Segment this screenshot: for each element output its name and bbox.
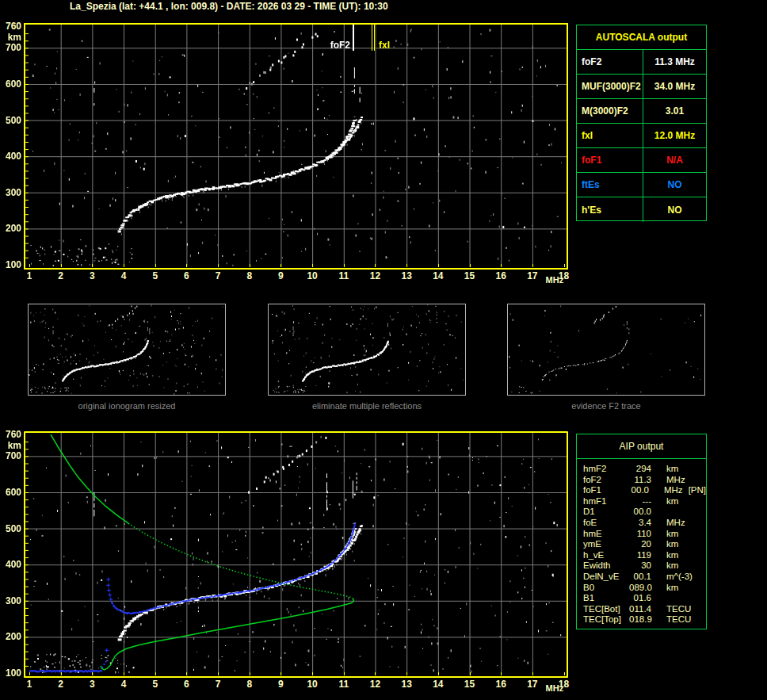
aip-field: km xyxy=(666,529,678,540)
aip-table: AIP output hmF2294kmfoF211.3MHzfoF100.0M… xyxy=(576,434,707,629)
parameter-label: MUF(3000)F2 xyxy=(577,75,643,98)
parameter-value: NO xyxy=(643,197,706,222)
aip-field: D1 xyxy=(583,507,629,518)
x-tick-label: 3 xyxy=(82,271,101,281)
parameter-label: fxI xyxy=(577,124,643,147)
y-axis-unit-label: km xyxy=(0,33,21,43)
x-tick-label: 8 xyxy=(240,271,259,281)
aip-field: 110 xyxy=(629,529,651,540)
autoscala-row: ftEsNO xyxy=(577,173,706,197)
y-tick-label: 100 xyxy=(0,260,21,270)
aip-field: --- xyxy=(629,496,651,507)
aip-field: 089.0 xyxy=(629,583,651,594)
y-tick-label: 600 xyxy=(0,488,21,498)
parameter-label: foF1 xyxy=(577,148,643,172)
autoscala-row: M(3000)F23.01 xyxy=(577,99,706,124)
autoscala-row: foF1N/A xyxy=(577,148,706,173)
parameter-value: N/A xyxy=(643,148,706,172)
aip-field: foF1 xyxy=(583,485,628,496)
aip-field: hmE xyxy=(583,529,629,540)
aip-field: h_vE xyxy=(583,550,629,561)
y-tick-label: 600 xyxy=(0,79,21,90)
x-tick-label: 4 xyxy=(114,271,133,281)
aip-field: Ewidth xyxy=(583,560,629,572)
aip-field: TEC[Bot] xyxy=(583,604,629,615)
y-tick-label: 400 xyxy=(0,151,21,162)
aip-field: m^(-3) xyxy=(666,572,693,583)
aip-field: DelN_vE xyxy=(583,572,629,583)
x-tick-label: 10 xyxy=(303,679,322,690)
y-tick-label: 500 xyxy=(0,116,21,126)
aip-field: km xyxy=(666,539,678,550)
aip-table-rows: hmF2294kmfoF211.3MHzfoF100.0MHz[PN]hmF1-… xyxy=(577,459,706,625)
x-axis-unit-label: MHz xyxy=(546,683,564,694)
aip-field: TECU xyxy=(666,604,691,615)
thumbnail-canvas xyxy=(508,304,704,395)
autoscala-table: AUTOSCALA output foF211.3 MHzMUF(3000)F2… xyxy=(576,25,707,221)
aip-row: foE3.4MHz xyxy=(583,518,706,529)
aip-field: km xyxy=(666,583,678,594)
aip-field: km xyxy=(666,464,678,475)
thumbnail-caption: original ionogram resized xyxy=(28,401,226,411)
y-tick-label: 500 xyxy=(0,524,21,534)
aip-row: hmF1---km xyxy=(583,496,706,507)
parameter-label: ftEs xyxy=(577,173,643,197)
y-tick-label: 300 xyxy=(0,188,21,198)
parameter-label: foF2 xyxy=(577,50,643,74)
autoscala-table-rows: foF211.3 MHzMUF(3000)F234.0 MHzM(3000)F2… xyxy=(577,50,706,222)
bottom-ionogram-plot xyxy=(24,431,568,678)
x-tick-label: 2 xyxy=(52,271,71,281)
x-tick-label: 5 xyxy=(146,679,165,690)
thumbnail-canvas xyxy=(269,304,465,395)
aip-row: h_vE119km xyxy=(583,550,706,561)
aip-row: hmE110km xyxy=(583,529,706,540)
parameter-value: NO xyxy=(643,173,706,197)
y-tick-label: 760 xyxy=(0,430,21,440)
y-tick-label: 700 xyxy=(0,43,21,53)
parameter-value: 3.01 xyxy=(643,99,706,123)
x-tick-label: 4 xyxy=(114,679,133,690)
x-tick-label: 17 xyxy=(523,271,542,281)
x-tick-label: 16 xyxy=(491,679,510,690)
y-tick-label: 400 xyxy=(0,560,21,570)
aip-field: 00.1 xyxy=(629,572,651,583)
x-tick-label: 8 xyxy=(240,679,259,690)
aip-field: 018.9 xyxy=(629,614,651,625)
x-tick-label: 13 xyxy=(397,271,416,281)
thumbnail-caption: eliminate multiple reflections xyxy=(268,401,466,411)
aip-field: B1 xyxy=(583,593,629,604)
aip-field: foE xyxy=(583,518,629,529)
thumbnail-original-ionogram xyxy=(28,304,226,396)
x-tick-label: 9 xyxy=(271,679,290,690)
aip-field: 11.3 xyxy=(629,475,651,486)
aip-field: MHz xyxy=(666,518,685,529)
aip-row: DelN_vE00.1m^(-3) xyxy=(583,572,706,583)
thumbnail-caption: evidence F2 trace xyxy=(507,401,705,411)
aip-field: B0 xyxy=(583,583,629,594)
aip-row: B0089.0km xyxy=(583,583,706,594)
aip-field: 119 xyxy=(629,550,651,561)
aip-field: km xyxy=(666,496,678,507)
aip-table-header: AIP output xyxy=(577,434,706,459)
station-title: La_Spezia (lat: +44.1 , lon: 009.8) - DA… xyxy=(70,1,388,12)
aip-field: km xyxy=(666,560,678,572)
parameter-label: h'Es xyxy=(577,197,643,222)
parameter-value: 12.0 MHz xyxy=(643,124,706,147)
aip-field: TECU xyxy=(666,614,691,625)
x-tick-label: 1 xyxy=(20,271,39,281)
x-tick-label: 12 xyxy=(365,271,384,281)
x-tick-label: 2 xyxy=(52,679,71,690)
x-tick-label: 6 xyxy=(177,679,196,690)
autoscala-window: La_Spezia (lat: +44.1 , lon: 009.8) - DA… xyxy=(0,0,767,700)
x-tick-label: 14 xyxy=(429,271,448,281)
aip-field: km xyxy=(666,550,678,561)
aip-field: 294 xyxy=(629,464,651,475)
parameter-label: M(3000)F2 xyxy=(577,99,643,123)
aip-field: [PN] xyxy=(689,485,706,496)
aip-field: TEC[Top] xyxy=(583,614,629,625)
aip-row: foF100.0MHz[PN] xyxy=(583,485,706,496)
aip-row: Ewidth30km xyxy=(583,560,706,572)
aip-field: hmF1 xyxy=(583,496,629,507)
y-tick-label: 200 xyxy=(0,632,21,642)
parameter-value: 34.0 MHz xyxy=(643,75,706,98)
